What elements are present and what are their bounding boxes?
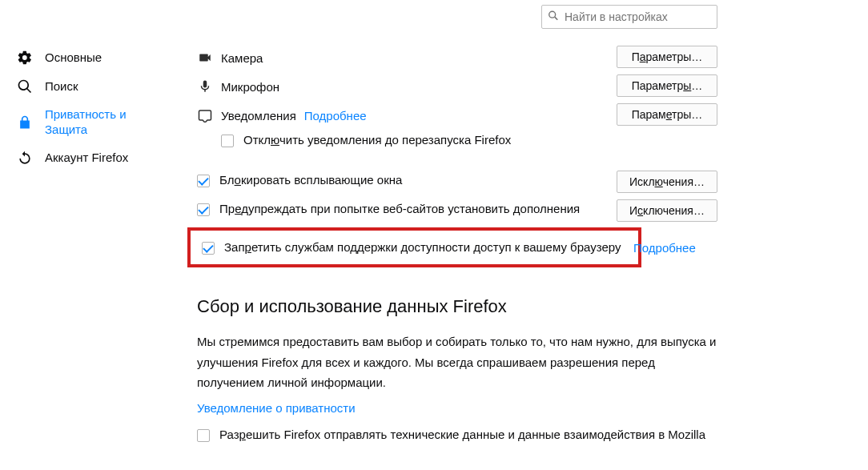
warn-addons-checkbox[interactable]	[197, 203, 210, 216]
microphone-label: Микрофон	[221, 80, 279, 94]
telemetry-row: Разрешить Firefox отправлять технические…	[197, 424, 717, 453]
microphone-settings-button[interactable]: Параметры…	[617, 74, 717, 97]
accessibility-row: Запретить службам поддержки доступности …	[202, 240, 627, 255]
gear-icon	[16, 50, 34, 66]
sidebar-item-label: Поиск	[45, 79, 78, 94]
popups-exceptions-button[interactable]: Исключения…	[617, 171, 717, 193]
accessibility-highlight-box: Запретить службам поддержки доступности …	[187, 227, 641, 267]
sidebar-item-label: Аккаунт Firefox	[45, 151, 128, 166]
sidebar-item-firefox-account[interactable]: Аккаунт Firefox	[13, 144, 173, 173]
notifications-label: Уведомления	[221, 109, 296, 123]
camera-label: Камера	[221, 51, 263, 65]
telemetry-label: Разрешить Firefox отправлять технические…	[219, 428, 717, 441]
settings-sidebar: Основные Поиск Приватность и Защита Акка…	[13, 43, 173, 173]
data-collection-title: Сбор и использование данных Firefox	[197, 296, 717, 317]
search-field-wrap	[541, 5, 717, 29]
camera-icon	[197, 50, 213, 65]
sidebar-item-label: Приватность и Защита	[45, 107, 170, 138]
privacy-notice-link[interactable]: Уведомление о приватности	[197, 401, 356, 415]
settings-content: Камера Параметры… Микрофон Параметры… Ув…	[197, 43, 717, 453]
addons-exceptions-button[interactable]: Исключения…	[617, 199, 717, 222]
disable-notifications-row: Отключить уведомления до перезапуска Fir…	[221, 130, 717, 159]
notifications-learn-more-link[interactable]: Подробнее	[304, 109, 367, 123]
microphone-icon	[197, 79, 213, 94]
accessibility-checkbox[interactable]	[202, 242, 215, 255]
disable-notifications-checkbox[interactable]	[221, 135, 234, 147]
camera-settings-button[interactable]: Параметры…	[617, 46, 717, 68]
accessibility-learn-more-link[interactable]: Подробнее	[633, 241, 696, 255]
block-popups-checkbox[interactable]	[197, 175, 210, 187]
disable-notifications-label: Отключить уведомления до перезапуска Fir…	[243, 133, 717, 147]
accessibility-label: Запретить службам поддержки доступности …	[224, 240, 627, 254]
data-collection-description: Мы стремимся предоставить вам выбор и со…	[197, 331, 717, 393]
search-icon	[16, 78, 34, 94]
sync-icon	[16, 151, 34, 167]
sidebar-item-general[interactable]: Основные	[13, 43, 173, 72]
sidebar-item-label: Основные	[45, 50, 102, 66]
sidebar-item-privacy[interactable]: Приватность и Защита	[13, 101, 173, 144]
sidebar-item-search[interactable]: Поиск	[13, 72, 173, 101]
lock-icon	[16, 114, 34, 131]
settings-search-input[interactable]	[541, 5, 717, 29]
notification-icon	[197, 108, 213, 123]
notifications-settings-button[interactable]: Параметры…	[617, 103, 717, 126]
telemetry-checkbox[interactable]	[197, 429, 210, 442]
